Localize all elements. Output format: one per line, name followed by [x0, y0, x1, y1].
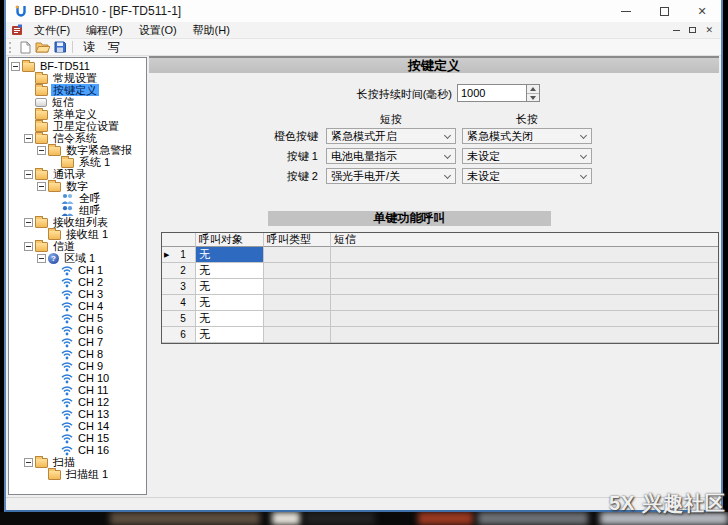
- long-press-input[interactable]: [457, 84, 527, 102]
- mdi-minimize-icon[interactable]: [673, 30, 680, 31]
- tree-item[interactable]: 信令系统: [9, 132, 146, 144]
- maximize-button[interactable]: [645, 0, 683, 22]
- row-header-cell[interactable]: 3: [162, 279, 196, 295]
- close-button[interactable]: ✕: [683, 0, 721, 22]
- key1-short-select[interactable]: 电池电量指示: [326, 148, 456, 164]
- sms-cell[interactable]: [331, 263, 718, 279]
- tree-expander-icon[interactable]: [24, 242, 33, 251]
- tree-item[interactable]: 全呼: [9, 192, 146, 204]
- tree-item[interactable]: 扫描: [9, 456, 146, 468]
- tree-item[interactable]: ?区域 1: [9, 252, 146, 264]
- tree-item[interactable]: CH 13: [9, 408, 146, 420]
- tree-expander-icon[interactable]: [37, 254, 46, 263]
- table-row[interactable]: ▶1无: [162, 247, 718, 263]
- orange-key-short-select[interactable]: 紧急模式开启: [326, 128, 456, 144]
- tree-item[interactable]: 接收组 1: [9, 228, 146, 240]
- tree-item[interactable]: 常规设置: [9, 72, 146, 84]
- tree-item[interactable]: CH 14: [9, 420, 146, 432]
- spin-down-icon[interactable]: [527, 94, 539, 102]
- tree-item[interactable]: CH 3: [9, 288, 146, 300]
- tree-item[interactable]: CH 8: [9, 348, 146, 360]
- sms-cell[interactable]: [331, 247, 718, 263]
- tree-item[interactable]: 数字紧急警报: [9, 144, 146, 156]
- new-file-button[interactable]: [17, 40, 34, 55]
- tree-item[interactable]: 扫描组 1: [9, 468, 146, 480]
- orange-key-long-select[interactable]: 紧急模式关闭: [462, 128, 592, 144]
- open-file-button[interactable]: [34, 40, 51, 55]
- onekey-table-body: ▶1无2无3无4无5无6无: [162, 247, 718, 343]
- tree-item[interactable]: CH 2: [9, 276, 146, 288]
- call-type-cell[interactable]: [264, 295, 331, 311]
- tree-item[interactable]: CH 12: [9, 396, 146, 408]
- tree-item[interactable]: 菜单定义: [9, 108, 146, 120]
- tree-item[interactable]: 接收组列表: [9, 216, 146, 228]
- write-button[interactable]: 写: [102, 39, 127, 56]
- mdi-close-icon[interactable]: ✕: [705, 26, 713, 35]
- sms-cell[interactable]: [331, 327, 718, 343]
- table-row[interactable]: 2无: [162, 263, 718, 279]
- tree-expander-icon[interactable]: [37, 146, 46, 155]
- tree-item[interactable]: 系统 1: [9, 156, 146, 168]
- tree-expander-icon[interactable]: [37, 182, 46, 191]
- minimize-button[interactable]: [607, 0, 645, 22]
- table-row[interactable]: 4无: [162, 295, 718, 311]
- call-type-cell[interactable]: [264, 311, 331, 327]
- row-header-cell[interactable]: 4: [162, 295, 196, 311]
- tree-item[interactable]: CH 15: [9, 432, 146, 444]
- menu-program[interactable]: 编程(P): [78, 23, 131, 38]
- tree-item[interactable]: CH 11: [9, 384, 146, 396]
- tree-item[interactable]: 卫星定位设置: [9, 120, 146, 132]
- key2-short-select[interactable]: 强光手电开/关: [326, 168, 456, 184]
- tree-item[interactable]: CH 1: [9, 264, 146, 276]
- call-target-cell[interactable]: 无: [196, 247, 264, 263]
- menu-help[interactable]: 帮助(H): [185, 23, 238, 38]
- sms-cell[interactable]: [331, 295, 718, 311]
- tree-item[interactable]: 通讯录: [9, 168, 146, 180]
- sms-cell[interactable]: [331, 311, 718, 327]
- tree-item[interactable]: CH 10: [9, 372, 146, 384]
- tree-item[interactable]: 按键定义: [9, 84, 146, 96]
- menu-settings[interactable]: 设置(O): [131, 23, 185, 38]
- tree-item[interactable]: CH 7: [9, 336, 146, 348]
- tree-item-label: 菜单定义: [51, 108, 99, 120]
- row-header-cell[interactable]: ▶1: [162, 247, 196, 263]
- tree-item[interactable]: CH 9: [9, 360, 146, 372]
- tree-item[interactable]: CH 5: [9, 312, 146, 324]
- table-row[interactable]: 5无: [162, 311, 718, 327]
- tree-expander-icon[interactable]: [24, 170, 33, 179]
- spin-up-icon[interactable]: [527, 85, 539, 94]
- tree-item[interactable]: 信道: [9, 240, 146, 252]
- tree-item[interactable]: CH 6: [9, 324, 146, 336]
- tree-item[interactable]: BF-TD511: [9, 60, 146, 72]
- call-type-cell[interactable]: [264, 263, 331, 279]
- tree-item[interactable]: 短信: [9, 96, 146, 108]
- call-type-cell[interactable]: [264, 247, 331, 263]
- read-button[interactable]: 读: [77, 39, 102, 56]
- call-target-cell[interactable]: 无: [196, 327, 264, 343]
- call-target-cell[interactable]: 无: [196, 311, 264, 327]
- key2-long-select[interactable]: 未设定: [462, 168, 592, 184]
- tree-expander-icon[interactable]: [24, 218, 33, 227]
- tree-item[interactable]: CH 4: [9, 300, 146, 312]
- key1-long-select[interactable]: 未设定: [462, 148, 592, 164]
- row-header-cell[interactable]: 6: [162, 327, 196, 343]
- tree-expander-icon[interactable]: [24, 134, 33, 143]
- table-row[interactable]: 6无: [162, 327, 718, 343]
- call-target-cell[interactable]: 无: [196, 279, 264, 295]
- table-row[interactable]: 3无: [162, 279, 718, 295]
- sms-cell[interactable]: [331, 279, 718, 295]
- tree-item[interactable]: 数字: [9, 180, 146, 192]
- tree-expander-icon[interactable]: [24, 458, 33, 467]
- mdi-restore-icon[interactable]: [689, 27, 696, 33]
- save-button[interactable]: [51, 40, 68, 55]
- call-type-cell[interactable]: [264, 279, 331, 295]
- call-target-cell[interactable]: 无: [196, 295, 264, 311]
- tree-item[interactable]: 组呼: [9, 204, 146, 216]
- menu-file[interactable]: 文件(F): [26, 23, 78, 38]
- row-header-cell[interactable]: 2: [162, 263, 196, 279]
- row-header-cell[interactable]: 5: [162, 311, 196, 327]
- tree-item[interactable]: CH 16: [9, 444, 146, 456]
- tree-expander-icon[interactable]: [11, 62, 20, 71]
- call-type-cell[interactable]: [264, 327, 331, 343]
- call-target-cell[interactable]: 无: [196, 263, 264, 279]
